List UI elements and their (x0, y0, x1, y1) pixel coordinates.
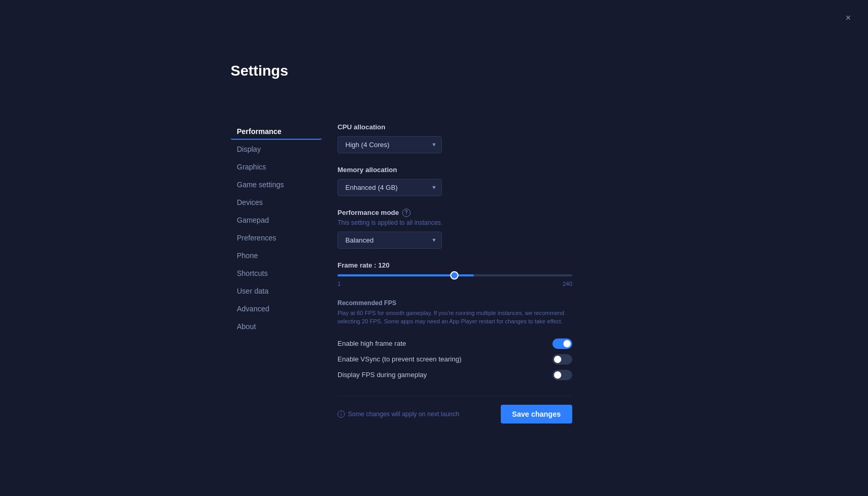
memory-dropdown-wrapper: Enhanced (4 GB) Low (1 GB) Medium (2 GB)… (337, 179, 442, 196)
sidebar-item-user-data[interactable]: User data (231, 283, 322, 299)
footer-note-text: Some changes will apply on next launch (348, 410, 459, 418)
cpu-dropdown-wrapper: High (4 Cores) Low (1 Core) Medium (2 Co… (337, 136, 442, 153)
performance-mode-help-icon[interactable]: ? (402, 209, 411, 217)
performance-mode-section: Performance mode ? This setting is appli… (337, 209, 637, 249)
cpu-allocation-label: CPU allocation (337, 123, 637, 131)
toggle-label-vsync: Enable VSync (to prevent screen tearing) (337, 355, 462, 363)
toggle-vsync[interactable] (552, 354, 572, 365)
settings-layout: PerformanceDisplayGraphicsGame settingsD… (231, 92, 637, 434)
recommended-fps-title: Recommended FPS (337, 299, 637, 307)
sidebar-item-preferences[interactable]: Preferences (231, 229, 322, 246)
sidebar-item-display[interactable]: Display (231, 141, 322, 158)
frame-rate-section: Frame rate : 120 1 240 (337, 261, 637, 287)
sidebar-item-about[interactable]: About (231, 318, 322, 335)
footer: i Some changes will apply on next launch… (337, 396, 572, 424)
main-content: CPU allocation High (4 Cores) Low (1 Cor… (322, 92, 637, 434)
performance-mode-dropdown-wrapper: Balanced Power saving High performance ▾ (337, 232, 442, 249)
performance-mode-label: Performance mode ? (337, 209, 637, 217)
toggle-label-high-frame-rate: Enable high frame rate (337, 340, 406, 347)
slider-min: 1 (337, 281, 341, 287)
toggle-thumb-display-fps (554, 371, 561, 379)
close-button[interactable]: × (841, 10, 855, 25)
sidebar-item-graphics[interactable]: Graphics (231, 159, 322, 175)
info-icon: i (337, 410, 345, 418)
sidebar-item-shortcuts[interactable]: Shortcuts (231, 265, 322, 282)
recommended-fps-text: Play at 60 FPS for smooth gameplay. If y… (337, 309, 577, 326)
toggle-row-high-frame-rate: Enable high frame rate (337, 338, 572, 349)
performance-mode-dropdown[interactable]: Balanced Power saving High performance (337, 232, 442, 249)
frame-rate-label: Frame rate : 120 (337, 261, 637, 269)
sidebar-item-gamepad[interactable]: Gamepad (231, 212, 322, 228)
toggle-high-frame-rate[interactable] (552, 338, 572, 349)
sidebar-item-devices[interactable]: Devices (231, 194, 322, 211)
toggle-display-fps[interactable] (552, 370, 572, 380)
cpu-allocation-dropdown[interactable]: High (4 Cores) Low (1 Core) Medium (2 Co… (337, 136, 442, 153)
toggle-row-vsync: Enable VSync (to prevent screen tearing) (337, 354, 572, 365)
page-title: Settings (231, 63, 637, 79)
frame-rate-slider[interactable] (337, 274, 572, 276)
memory-allocation-label: Memory allocation (337, 166, 637, 174)
sidebar-item-advanced[interactable]: Advanced (231, 300, 322, 317)
sidebar-item-performance[interactable]: Performance (231, 123, 322, 140)
sidebar-item-phone[interactable]: Phone (231, 247, 322, 264)
frame-rate-slider-container (337, 269, 637, 279)
save-changes-button[interactable]: Save changes (501, 405, 572, 424)
settings-panel: Settings PerformanceDisplayGraphicsGame … (231, 63, 637, 434)
toggle-row-display-fps: Display FPS during gameplay (337, 370, 572, 380)
toggle-track-high-frame-rate (552, 338, 572, 349)
sidebar-item-game-settings[interactable]: Game settings (231, 176, 322, 193)
toggle-track-vsync (552, 354, 572, 365)
toggles-container: Enable high frame rate Enable VSync (to … (337, 338, 637, 380)
toggle-track-display-fps (552, 370, 572, 380)
cpu-allocation-section: CPU allocation High (4 Cores) Low (1 Cor… (337, 123, 637, 153)
memory-allocation-dropdown[interactable]: Enhanced (4 GB) Low (1 GB) Medium (2 GB)… (337, 179, 442, 196)
footer-note: i Some changes will apply on next launch (337, 410, 459, 418)
toggle-thumb-high-frame-rate (563, 340, 571, 347)
performance-mode-subnote: This setting is applied to all instances… (337, 219, 637, 226)
slider-range: 1 240 (337, 281, 572, 287)
toggle-label-display-fps: Display FPS during gameplay (337, 371, 427, 379)
memory-allocation-section: Memory allocation Enhanced (4 GB) Low (1… (337, 166, 637, 196)
recommended-fps-section: Recommended FPS Play at 60 FPS for smoot… (337, 299, 637, 326)
sidebar: PerformanceDisplayGraphicsGame settingsD… (231, 92, 322, 434)
toggle-thumb-vsync (554, 356, 561, 363)
slider-max: 240 (563, 281, 572, 287)
